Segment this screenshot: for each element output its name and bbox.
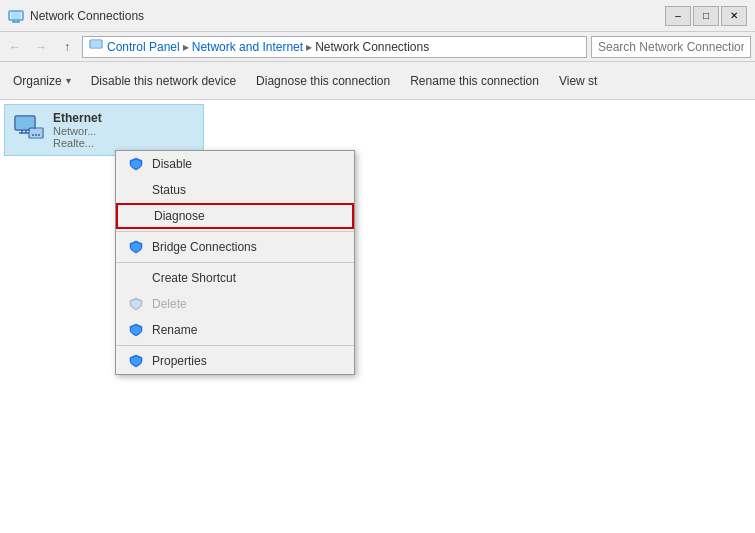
svg-rect-8 bbox=[16, 117, 34, 129]
diagnose-label: Diagnose this connection bbox=[256, 74, 390, 88]
context-menu-properties[interactable]: Properties bbox=[116, 348, 354, 374]
view-status-label: View st bbox=[559, 74, 597, 88]
svg-rect-6 bbox=[91, 41, 101, 47]
title-bar: Network Connections – □ ✕ bbox=[0, 0, 755, 32]
ethernet-sub2: Realte... bbox=[53, 137, 102, 149]
file-list: Ethernet Networ... Realte... bbox=[0, 100, 755, 533]
organize-label: Organize bbox=[13, 74, 62, 88]
organize-button[interactable]: Organize ▾ bbox=[4, 67, 80, 95]
bridge-shield-icon bbox=[128, 239, 144, 255]
context-menu: Disable Status Diagnose Bridge Connectio… bbox=[115, 150, 355, 375]
breadcrumb-sep-1: ▸ bbox=[183, 40, 189, 54]
ethernet-sub1: Networ... bbox=[53, 125, 102, 137]
delete-label: Delete bbox=[152, 297, 187, 311]
back-button[interactable]: ← bbox=[4, 36, 26, 58]
svg-point-14 bbox=[32, 134, 34, 136]
delete-shield-icon bbox=[128, 296, 144, 312]
context-menu-delete[interactable]: Delete bbox=[116, 291, 354, 317]
context-menu-sep-2 bbox=[116, 262, 354, 263]
breadcrumb-control-panel[interactable]: Control Panel bbox=[107, 40, 180, 54]
view-status-button[interactable]: View st bbox=[550, 67, 606, 95]
rename-label: Rename this connection bbox=[410, 74, 539, 88]
context-menu-bridge[interactable]: Bridge Connections bbox=[116, 234, 354, 260]
ethernet-name: Ethernet bbox=[53, 111, 102, 125]
breadcrumb-network-connections: Network Connections bbox=[315, 40, 429, 54]
rename-label: Rename bbox=[152, 323, 197, 337]
svg-point-15 bbox=[35, 134, 37, 136]
title-bar-controls: – □ ✕ bbox=[665, 6, 747, 26]
svg-point-16 bbox=[38, 134, 40, 136]
search-input[interactable] bbox=[591, 36, 751, 58]
context-menu-shortcut[interactable]: Create Shortcut bbox=[116, 265, 354, 291]
address-path[interactable]: Control Panel ▸ Network and Internet ▸ N… bbox=[82, 36, 587, 58]
forward-button[interactable]: → bbox=[30, 36, 52, 58]
breadcrumb-network-internet[interactable]: Network and Internet bbox=[192, 40, 303, 54]
rename-shield-icon bbox=[128, 322, 144, 338]
breadcrumb-icon bbox=[89, 38, 103, 55]
properties-label: Properties bbox=[152, 354, 207, 368]
context-menu-rename[interactable]: Rename bbox=[116, 317, 354, 343]
properties-shield-icon bbox=[128, 353, 144, 369]
bridge-label: Bridge Connections bbox=[152, 240, 257, 254]
breadcrumb-sep-2: ▸ bbox=[306, 40, 312, 54]
title-bar-icon bbox=[8, 8, 24, 24]
status-label: Status bbox=[152, 183, 186, 197]
address-bar: ← → ↑ Control Panel ▸ Network and Intern… bbox=[0, 32, 755, 62]
context-menu-disable[interactable]: Disable bbox=[116, 151, 354, 177]
context-menu-diagnose[interactable]: Diagnose bbox=[116, 203, 354, 229]
disable-network-button[interactable]: Disable this network device bbox=[82, 67, 245, 95]
rename-connection-button[interactable]: Rename this connection bbox=[401, 67, 548, 95]
svg-rect-1 bbox=[11, 12, 21, 19]
organize-dropdown-icon: ▾ bbox=[66, 75, 71, 86]
minimize-button[interactable]: – bbox=[665, 6, 691, 26]
ethernet-info: Ethernet Networ... Realte... bbox=[53, 111, 102, 149]
diagnose-label: Diagnose bbox=[154, 209, 205, 223]
shortcut-label: Create Shortcut bbox=[152, 271, 236, 285]
window-title: Network Connections bbox=[30, 9, 144, 23]
up-button[interactable]: ↑ bbox=[56, 36, 78, 58]
ethernet-icon bbox=[13, 114, 45, 146]
context-menu-status[interactable]: Status bbox=[116, 177, 354, 203]
close-button[interactable]: ✕ bbox=[721, 6, 747, 26]
toolbar: Organize ▾ Disable this network device D… bbox=[0, 62, 755, 100]
disable-label: Disable this network device bbox=[91, 74, 236, 88]
maximize-button[interactable]: □ bbox=[693, 6, 719, 26]
diagnose-connection-button[interactable]: Diagnose this connection bbox=[247, 67, 399, 95]
ethernet-item[interactable]: Ethernet Networ... Realte... bbox=[4, 104, 204, 156]
context-menu-sep-1 bbox=[116, 231, 354, 232]
context-menu-sep-3 bbox=[116, 345, 354, 346]
disable-shield-icon bbox=[128, 156, 144, 172]
main-content: Ethernet Networ... Realte... Disable Sta… bbox=[0, 100, 755, 533]
disable-label: Disable bbox=[152, 157, 192, 171]
